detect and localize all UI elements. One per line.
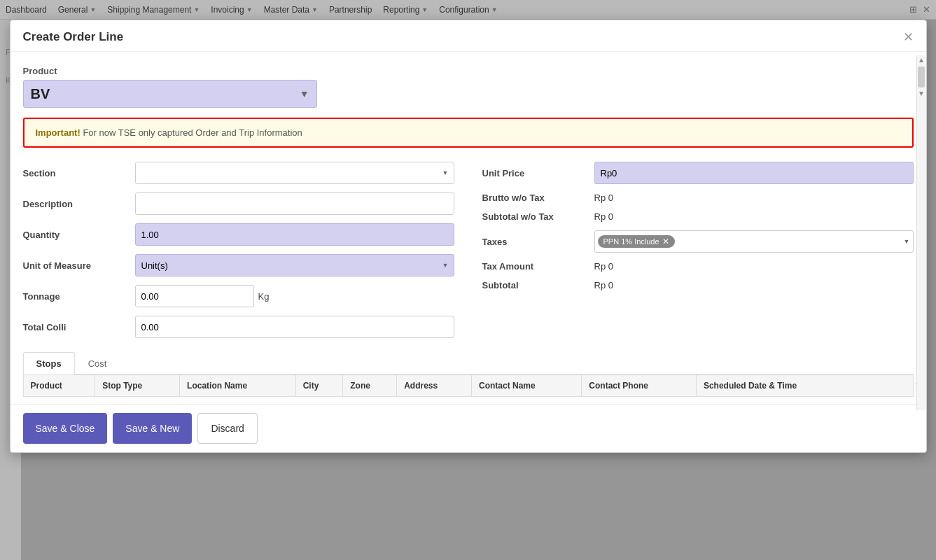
section-label: Section	[23, 168, 135, 178]
kg-unit-label: Kg	[258, 291, 270, 302]
alert-bold-text: Important!	[36, 127, 81, 138]
quantity-label: Quantity	[23, 230, 135, 240]
create-order-line-dialog: Create Order Line ✕ Product BV ▼ Importa…	[10, 20, 927, 453]
tonnage-value: Kg	[135, 285, 454, 307]
subtotal-wo-tax-static: Rp 0	[594, 209, 613, 225]
taxes-dropdown-arrow[interactable]: ▼	[904, 238, 910, 245]
discard-button[interactable]: Discard	[197, 413, 257, 444]
unit-of-measure-row: Unit of Measure Unit(s)	[23, 254, 454, 276]
brutto-value: Rp 0	[594, 192, 914, 203]
brutto-label: Brutto w/o Tax	[482, 192, 594, 203]
modal-body: Product BV ▼ Important! For now TSE only…	[11, 52, 926, 404]
tabs-list: Stops Cost	[23, 352, 914, 374]
subtotal-wo-tax-label: Subtotal w/o Tax	[482, 211, 594, 222]
subtotal-wo-tax-value: Rp 0	[594, 211, 914, 222]
description-input[interactable]	[135, 192, 454, 215]
total-colli-value	[135, 316, 454, 338]
quantity-row: Quantity	[23, 223, 454, 246]
description-label: Description	[23, 199, 135, 209]
stops-table: Product Stop Type Location Name City Zon…	[23, 374, 914, 397]
form-left: Section Description	[23, 162, 454, 338]
tax-badge: PPN 1% Include ✕	[598, 235, 675, 248]
tax-amount-row: Tax Amount Rp 0	[482, 261, 914, 272]
modal-overlay: Create Order Line ✕ Product BV ▼ Importa…	[0, 0, 936, 560]
subtotal-static: Rp 0	[594, 277, 613, 293]
product-value: BV	[31, 86, 50, 102]
scroll-thumb[interactable]	[918, 66, 925, 88]
tonnage-row: Tonnage Kg	[23, 285, 454, 307]
table-header-row: Product Stop Type Location Name City Zon…	[23, 375, 913, 397]
taxes-row: Taxes PPN 1% Include ✕ ▼	[482, 230, 914, 253]
unit-of-measure-value: Unit(s)	[135, 254, 454, 276]
uom-select[interactable]: Unit(s)	[135, 254, 454, 276]
table-container: Product Stop Type Location Name City Zon…	[23, 374, 914, 397]
product-field: Product BV ▼	[23, 66, 914, 108]
tax-badge-text: PPN 1% Include	[603, 237, 659, 246]
col-zone: Zone	[343, 375, 397, 397]
tonnage-input[interactable]	[135, 285, 254, 307]
uom-select-wrapper: Unit(s)	[135, 254, 454, 276]
tax-amount-value: Rp 0	[594, 261, 914, 272]
tonnage-wrapper: Kg	[135, 285, 454, 307]
scroll-up-button[interactable]: ▲	[917, 55, 926, 65]
form-grid: Section Description	[23, 162, 914, 338]
brutto-row: Brutto w/o Tax Rp 0	[482, 192, 914, 203]
col-contact-name: Contact Name	[471, 375, 581, 397]
dialog-close-button[interactable]: ✕	[903, 31, 914, 43]
total-colli-label: Total Colli	[23, 322, 135, 332]
save-new-button[interactable]: Save & New	[113, 413, 192, 444]
tonnage-label: Tonnage	[23, 291, 135, 302]
product-select[interactable]: BV ▼	[23, 80, 317, 108]
form-right: Unit Price Brutto w/o Tax Rp 0	[482, 162, 914, 338]
unit-price-input[interactable]	[594, 162, 914, 184]
total-colli-row: Total Colli	[23, 316, 454, 338]
scroll-down-button[interactable]: ▼	[917, 89, 926, 99]
tab-cost[interactable]: Cost	[75, 352, 120, 374]
section-select[interactable]	[135, 162, 454, 184]
modal-header: Create Order Line ✕	[11, 20, 926, 52]
tax-amount-label: Tax Amount	[482, 261, 594, 272]
taxes-value: PPN 1% Include ✕ ▼	[594, 230, 914, 253]
subtotal-row: Subtotal Rp 0	[482, 280, 914, 290]
subtotal-label: Subtotal	[482, 280, 594, 290]
save-close-button[interactable]: Save & Close	[23, 413, 108, 444]
tax-amount-static: Rp 0	[594, 258, 613, 274]
tax-badge-remove-button[interactable]: ✕	[662, 237, 669, 246]
col-location-name: Location Name	[180, 375, 296, 397]
alert-banner: Important! For now TSE only captured Ord…	[23, 118, 914, 148]
section-select-wrapper	[135, 162, 454, 184]
description-value	[135, 192, 454, 215]
product-arrow-icon: ▼	[300, 88, 309, 99]
col-product: Product	[23, 375, 95, 397]
quantity-input[interactable]	[135, 223, 454, 246]
taxes-field[interactable]: PPN 1% Include ✕ ▼	[594, 230, 914, 253]
unit-of-measure-label: Unit of Measure	[23, 260, 135, 271]
total-colli-input[interactable]	[135, 316, 454, 338]
section-value	[135, 162, 454, 184]
taxes-label: Taxes	[482, 237, 594, 247]
modal-scrollbar: ▲ ▼	[916, 55, 926, 410]
modal-footer: Save & Close Save & New Discard	[11, 404, 926, 452]
col-scheduled-date: Scheduled Date & Time	[696, 375, 913, 397]
unit-price-value	[594, 162, 914, 184]
subtotal-wo-tax-row: Subtotal w/o Tax Rp 0	[482, 211, 914, 222]
description-row: Description	[23, 192, 454, 215]
tab-stops[interactable]: Stops	[23, 352, 75, 374]
product-label: Product	[23, 66, 914, 76]
col-city: City	[295, 375, 343, 397]
col-address: Address	[397, 375, 472, 397]
alert-message: For now TSE only captured Order and Trip…	[83, 127, 302, 138]
brutto-static: Rp 0	[594, 190, 613, 206]
unit-price-label: Unit Price	[482, 168, 594, 178]
unit-price-row: Unit Price	[482, 162, 914, 184]
section-row: Section	[23, 162, 454, 184]
tabs-container: Stops Cost	[23, 352, 914, 374]
subtotal-value: Rp 0	[594, 280, 914, 290]
modal-title: Create Order Line	[23, 30, 124, 44]
col-contact-phone: Contact Phone	[582, 375, 697, 397]
quantity-value	[135, 223, 454, 246]
col-stop-type: Stop Type	[95, 375, 180, 397]
